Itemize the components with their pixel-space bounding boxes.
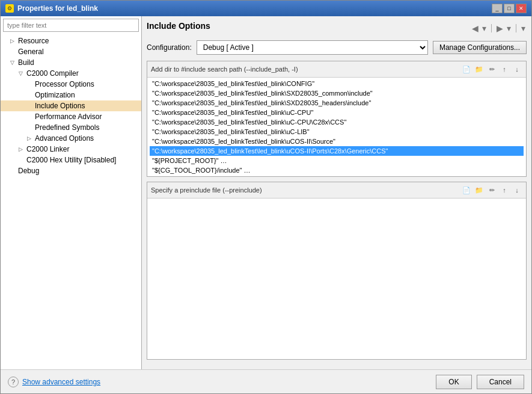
tree-item-include-options[interactable]: Include Options xyxy=(1,100,141,111)
content-area: ▷ Resource General ▽ Build ▽ C2000 Compi… xyxy=(1,16,531,369)
tree-label-c2000-linker: C2000 Linker xyxy=(26,145,69,153)
tree-arrow-include-options xyxy=(27,103,33,109)
tree-label-performance-advisor: Performance Advisor xyxy=(35,112,102,121)
tree-label-processor-options: Processor Options xyxy=(35,80,94,88)
tree-label-c2000-compiler: C2000 Compiler xyxy=(26,69,79,78)
preinclude-edit-icon[interactable]: ✏ xyxy=(486,185,497,195)
left-panel: ▷ Resource General ▽ Build ▽ C2000 Compi… xyxy=(1,16,142,369)
add-file-icon[interactable]: 📄 xyxy=(461,64,472,75)
preinclude-add-dir-icon[interactable]: 📁 xyxy=(474,185,485,195)
config-select[interactable]: Debug [ Active ] xyxy=(197,40,428,55)
preinclude-section: Specify a preinclude file (--preinclude)… xyxy=(147,182,527,360)
nav-dropdown-arrow[interactable]: ▾ xyxy=(481,23,488,33)
filter-input[interactable] xyxy=(3,19,139,32)
tree-label-build: Build xyxy=(18,58,34,67)
footer-right: OK Cancel xyxy=(436,375,524,389)
nav-forward-dropdown-arrow[interactable]: ▾ xyxy=(506,23,512,33)
tree-arrow-c2000-compiler: ▽ xyxy=(19,70,25,76)
preinclude-section-icons: 📄 📁 ✏ ↑ ↓ xyxy=(461,185,522,195)
preinclude-move-up-icon[interactable]: ↑ xyxy=(499,185,510,195)
tree-arrow-general xyxy=(10,49,16,55)
tree-item-build[interactable]: ▽ Build xyxy=(1,57,141,68)
help-icon[interactable]: ? xyxy=(8,377,19,387)
window-icon: ⚙ xyxy=(5,4,14,13)
tree-item-performance-advisor[interactable]: Performance Advisor xyxy=(1,111,141,122)
tree-item-resource[interactable]: ▷ Resource xyxy=(1,35,141,46)
separator xyxy=(491,24,492,32)
nav-arrow-area: ◀ ▾ ▶ ▾ ▾ xyxy=(471,23,527,33)
config-row: Configuration: Debug [ Active ] Manage C… xyxy=(147,40,527,55)
main-window: ⚙ Properties for led_blink _ □ ✕ ▷ Resou… xyxy=(0,0,532,394)
tree-label-debug: Debug xyxy=(18,167,39,175)
include-section-header: Add dir to #include search path (--inclu… xyxy=(147,61,526,78)
list-item[interactable]: "C:\workspace\28035_led_blinkTest\led_bl… xyxy=(150,98,524,108)
window-title: Properties for led_blink xyxy=(17,4,98,13)
list-item[interactable]: "C:\workspace\28035_led_blinkTest\led_bl… xyxy=(150,88,524,98)
tree-label-optimization: Optimization xyxy=(35,91,75,99)
tree-item-debug[interactable]: Debug xyxy=(1,165,141,176)
tree-arrow-c2000-hex-utility xyxy=(19,157,25,163)
preinclude-move-down-icon[interactable]: ↓ xyxy=(512,185,522,195)
title-bar-left: ⚙ Properties for led_blink xyxy=(5,4,98,13)
tree-label-predefined-symbols: Predefined Symbols xyxy=(35,123,99,132)
tree-label-include-options: Include Options xyxy=(35,102,85,110)
tree-item-c2000-compiler[interactable]: ▽ C2000 Compiler xyxy=(1,68,141,79)
tree-arrow-build: ▽ xyxy=(10,60,16,66)
tree-label-c2000-hex-utility: C2000 Hex Utility [Disabled] xyxy=(26,156,116,164)
footer: ? Show advanced settings OK Cancel xyxy=(1,369,531,393)
tree-arrow-debug xyxy=(10,168,16,174)
tree-arrow-predefined-symbols xyxy=(27,125,33,131)
tree-item-processor-options[interactable]: Processor Options xyxy=(1,79,141,90)
edit-icon[interactable]: ✏ xyxy=(486,64,497,75)
preinclude-add-file-icon[interactable]: 📄 xyxy=(461,185,472,195)
list-item[interactable]: "C:\workspace\28035_led_blinkTest\led_bl… xyxy=(150,127,524,137)
preinclude-section-title: Specify a preinclude file (--preinclude) xyxy=(151,186,262,194)
close-button[interactable]: ✕ xyxy=(516,4,527,13)
list-item[interactable]: "C:\workspace\28035_led_blinkTest\led_bl… xyxy=(150,117,524,127)
menu-arrow[interactable]: ▾ xyxy=(520,23,527,33)
tree-arrow-c2000-linker: ▷ xyxy=(19,146,25,152)
tree-label-resource: Resource xyxy=(18,37,49,45)
panel-title: Include Options xyxy=(147,21,210,31)
list-item[interactable]: "C:\workspace\28035_led_blinkTest\led_bl… xyxy=(150,108,524,117)
preinclude-section-header: Specify a preinclude file (--preinclude)… xyxy=(147,182,526,199)
tree-item-predefined-symbols[interactable]: Predefined Symbols xyxy=(1,122,141,133)
manage-configurations-button[interactable]: Manage Configurations... xyxy=(433,41,527,54)
tree-item-optimization[interactable]: Optimization xyxy=(1,90,141,100)
move-up-icon[interactable]: ↑ xyxy=(499,64,510,75)
minimize-button[interactable]: _ xyxy=(492,4,503,13)
separator2 xyxy=(516,24,516,32)
include-section-icons: 📄 📁 ✏ ↑ ↓ xyxy=(461,64,522,75)
tree-area: ▷ Resource General ▽ Build ▽ C2000 Compi… xyxy=(1,34,141,369)
tree-item-c2000-hex-utility[interactable]: C2000 Hex Utility [Disabled] xyxy=(1,155,141,165)
tree-item-c2000-linker[interactable]: ▷ C2000 Linker xyxy=(1,144,141,155)
list-item[interactable]: "${CG_TOOL_ROOT}/include" … xyxy=(150,165,524,175)
add-dir-icon[interactable]: 📁 xyxy=(474,64,485,75)
list-item[interactable]: "${PROJECT_ROOT}" … xyxy=(150,156,524,165)
list-item[interactable]: "C:\workspace\28035_led_blinkTest\led_bl… xyxy=(150,137,524,146)
back-arrow[interactable]: ◀ xyxy=(471,23,480,33)
maximize-button[interactable]: □ xyxy=(504,4,515,13)
ok-button[interactable]: OK xyxy=(436,375,471,389)
footer-left: ? Show advanced settings xyxy=(8,377,100,387)
tree-arrow-resource: ▷ xyxy=(10,38,16,44)
move-down-icon[interactable]: ↓ xyxy=(512,64,522,75)
title-bar: ⚙ Properties for led_blink _ □ ✕ xyxy=(1,1,531,16)
tree-label-advanced-options: Advanced Options xyxy=(35,134,94,143)
tree-item-general[interactable]: General xyxy=(1,46,141,57)
tree-arrow-advanced-options: ▷ xyxy=(27,135,33,141)
forward-arrow[interactable]: ▶ xyxy=(495,23,504,33)
cancel-button[interactable]: Cancel xyxy=(477,375,524,389)
tree-label-general: General xyxy=(18,48,44,56)
tree-arrow-performance-advisor xyxy=(27,114,33,120)
tree-item-advanced-options[interactable]: ▷ Advanced Options xyxy=(1,133,141,144)
include-list: "C:\workspace\28035_led_blinkTest\led_bl… xyxy=(147,78,526,176)
list-item-selected[interactable]: "C:\workspace\28035_led_blinkTest\led_bl… xyxy=(150,146,524,156)
list-item[interactable]: "C:\workspace\28035_led_blinkTest\led_bl… xyxy=(150,79,524,88)
tree-arrow-optimization xyxy=(27,92,33,98)
show-advanced-settings-link[interactable]: Show advanced settings xyxy=(22,378,100,386)
include-path-section: Add dir to #include search path (--inclu… xyxy=(147,61,527,177)
tree-arrow-processor-options xyxy=(27,81,33,87)
right-panel: Include Options ◀ ▾ ▶ ▾ ▾ Configuration:… xyxy=(142,16,531,369)
include-section-title: Add dir to #include search path (--inclu… xyxy=(151,66,298,73)
